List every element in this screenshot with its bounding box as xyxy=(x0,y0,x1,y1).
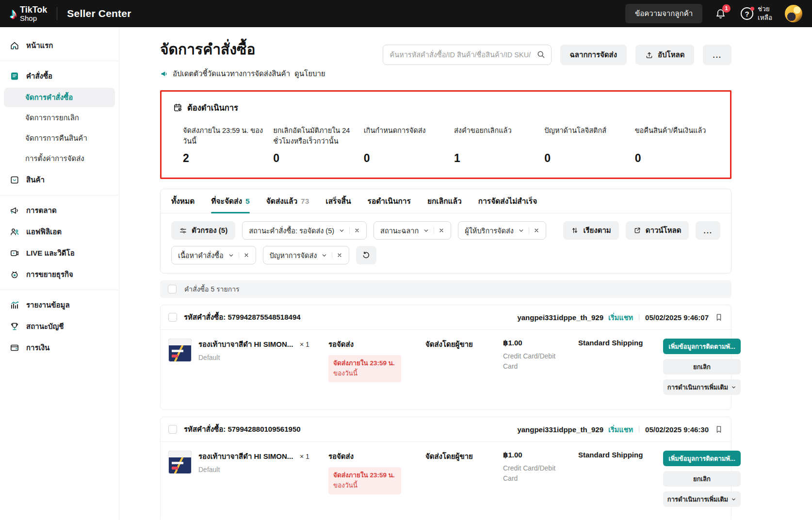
app-title: Seller Center xyxy=(67,8,131,19)
chevron-down-icon xyxy=(228,252,234,259)
sidebar-item-growth[interactable]: การขยายธุรกิจ xyxy=(0,264,119,285)
clear-filter-icon[interactable] xyxy=(438,228,444,233)
bookmark-icon[interactable] xyxy=(715,313,723,322)
order-datetime: 05/02/2025 9:46:07 xyxy=(645,313,709,322)
sidebar-item-orders[interactable]: คำสั่งซื้อ xyxy=(0,65,119,87)
tab-to-ship[interactable]: ที่จะจัดส่ง5 xyxy=(211,189,249,213)
order-id: 579942875548518494 xyxy=(227,313,300,321)
variant-label: Default xyxy=(198,354,309,361)
logo-line1: TikTok xyxy=(20,5,47,15)
sidebar-item-manage-orders[interactable]: จัดการคำสั่งซื้อ xyxy=(4,88,115,107)
sidebar-item-analytics[interactable]: รายงานข้อมูล xyxy=(0,294,119,316)
help-label-line2: เหลือ xyxy=(758,14,772,21)
tab-pending[interactable]: รอดำเนินการ xyxy=(368,189,411,213)
filter-chip-carrier[interactable]: ผู้ให้บริการจัดส่ง xyxy=(458,221,546,240)
sidebar-item-affiliate[interactable]: แอฟฟิลิเอต xyxy=(0,221,119,243)
tab-delivery-failed[interactable]: การจัดส่งไม่สำเร็จ xyxy=(478,189,537,213)
filter-chip-label-status[interactable]: สถานะฉลาก xyxy=(374,221,451,240)
upload-button[interactable]: อัปโหลด xyxy=(635,45,694,65)
filter-chip-order-content[interactable]: เนื้อหาคำสั่งซื้อ xyxy=(171,246,256,264)
start-chat-link[interactable]: เริ่มแชท xyxy=(608,312,633,323)
sidebar-item-finance[interactable]: การเงิน xyxy=(0,337,119,358)
reset-filters-button[interactable] xyxy=(356,246,376,264)
stat-ship-by-today[interactable]: จัดส่งภายใน 23:59 น. ของวันนี้ 2 xyxy=(183,126,266,165)
tab-completed[interactable]: เสร็จสิ้น xyxy=(325,189,351,213)
stat-auto-cancel-24h[interactable]: ยกเลิกอัตโนมัติภายใน 24 ชั่วโมงหรือเร็วก… xyxy=(273,126,357,165)
sort-button[interactable]: เรียงตาม xyxy=(563,221,618,240)
tab-cancelled[interactable]: ยกเลิกแล้ว xyxy=(427,189,462,213)
tiktok-shop-logo[interactable]: TikTok Shop xyxy=(10,5,47,22)
announcement-bar: อัปเดตตัวชี้วัดแนวทางการจัดส่งสินค้า ดูน… xyxy=(160,68,325,80)
tab-shipped[interactable]: จัดส่งแล้ว73 xyxy=(266,189,309,213)
order-id: 579942880109561950 xyxy=(227,425,300,433)
top-bar: TikTok Shop Seller Center ข้อความจากลูกค… xyxy=(0,0,812,27)
help-button[interactable]: ช่วย เหลือ xyxy=(741,5,772,22)
sidebar-item-label: สถานะบัญชี xyxy=(26,321,64,332)
cancel-order-button[interactable]: ยกเลิก xyxy=(663,359,741,374)
analytics-chart-icon xyxy=(10,300,19,310)
chip-divider xyxy=(434,227,434,234)
orders-count-label: คำสั่งซื้อ 5 รายการ xyxy=(184,284,240,294)
bookmark-icon[interactable] xyxy=(715,425,723,434)
buyer-username: yangpei331idppe_th_929 xyxy=(517,425,603,434)
order-checkbox[interactable] xyxy=(168,313,177,322)
download-button[interactable]: ดาวน์โหลด xyxy=(626,221,689,240)
clear-filter-icon[interactable] xyxy=(244,252,249,258)
stat-return-refund-requested[interactable]: ขอคืนสินค้า/คืนเงินแล้ว 0 xyxy=(635,126,718,165)
sidebar-item-shipping-settings[interactable]: การตั้งค่าการจัดส่ง xyxy=(4,149,115,168)
product-name: รองเท้าบาจาสีดำ HI SIMON... xyxy=(198,339,293,350)
products-icon xyxy=(10,175,19,185)
select-all-checkbox[interactable] xyxy=(168,285,177,293)
tab-all[interactable]: ทั้งหมด xyxy=(171,189,195,213)
chevron-down-icon xyxy=(731,497,736,502)
sidebar-item-label: LIVE และวิดีโอ xyxy=(26,247,75,259)
shipping-label-button[interactable]: ฉลากการจัดส่ง xyxy=(560,45,627,65)
filter-button[interactable]: ตัวกรอง (5) xyxy=(171,221,235,240)
notifications-button[interactable]: 1 xyxy=(715,8,726,19)
order-card: รหัสคำสั่งซื้อ: 579942880109561950 yangp… xyxy=(160,417,731,520)
product-name: รองเท้าบาจาสีดำ HI SIMON... xyxy=(198,451,293,462)
stat-logistics-issue[interactable]: ปัญหาด้านโลจิสติกส์ 0 xyxy=(544,126,628,165)
shipped-by: จัดส่งโดยผู้ขาย xyxy=(425,451,503,507)
more-filters-button[interactable]: ... xyxy=(696,221,720,240)
customer-messages-button[interactable]: ข้อความจากลูกค้า xyxy=(625,4,702,23)
announcement-megaphone-icon xyxy=(160,70,168,78)
more-order-actions-button[interactable]: การดำเนินการเพิ่มเติม xyxy=(663,491,741,507)
help-alert-dot xyxy=(750,7,754,11)
sidebar-item-marketing[interactable]: การตลาด xyxy=(0,200,119,221)
chip-divider xyxy=(239,252,239,259)
cancel-order-button[interactable]: ยกเลิก xyxy=(663,471,741,487)
more-order-actions-button[interactable]: การดำเนินการเพิ่มเติม xyxy=(663,379,741,395)
stat-shipping-overdue[interactable]: เกินกำหนดการจัดส่ง 0 xyxy=(364,126,447,165)
question-circle-icon xyxy=(741,7,753,20)
chevron-down-icon xyxy=(321,252,327,259)
affiliate-people-icon xyxy=(10,227,19,237)
add-tracking-button[interactable]: เพิ่มข้อมูลการติดตามพั... xyxy=(663,451,741,466)
sidebar-item-manage-returns[interactable]: จัดการการคืนสินค้า xyxy=(4,129,115,148)
view-policy-link[interactable]: ดูนโยบาย xyxy=(294,68,325,80)
stat-cancellation-requested[interactable]: ส่งคำขอยกเลิกแล้ว 1 xyxy=(454,126,537,165)
sidebar-item-account-health[interactable]: สถานะบัญชี xyxy=(0,316,119,337)
sidebar-item-products[interactable]: สินค้า xyxy=(0,169,119,191)
clear-filter-icon[interactable] xyxy=(354,228,360,233)
avatar[interactable] xyxy=(785,5,802,22)
filter-chip-order-status[interactable]: สถานะคำสั่งซื้อ: รอจัดส่ง (5) xyxy=(242,221,367,240)
add-tracking-button[interactable]: เพิ่มข้อมูลการติดตามพั... xyxy=(663,339,741,354)
filter-chip-shipping-issue[interactable]: ปัญหาการจัดส่ง xyxy=(263,246,350,264)
product-thumbnail xyxy=(168,339,192,362)
sidebar-item-home[interactable]: หน้าแรก xyxy=(0,35,119,56)
quantity: × 1 xyxy=(300,453,309,460)
live-video-icon xyxy=(10,248,19,258)
order-search-input[interactable] xyxy=(383,45,552,65)
more-actions-button[interactable]: ... xyxy=(703,45,731,65)
account-health-trophy-icon xyxy=(10,322,19,331)
start-chat-link[interactable]: เริ่มแชท xyxy=(608,424,633,435)
select-all-band: คำสั่งซื้อ 5 รายการ xyxy=(160,280,731,298)
sidebar-item-live-video[interactable]: LIVE และวิดีโอ xyxy=(0,243,119,264)
meta-divider xyxy=(639,314,639,321)
clear-filter-icon[interactable] xyxy=(337,252,342,258)
chip-divider xyxy=(349,227,350,234)
clear-filter-icon[interactable] xyxy=(534,228,539,233)
order-checkbox[interactable] xyxy=(168,425,177,434)
sidebar-item-manage-cancellations[interactable]: จัดการการยกเลิก xyxy=(4,108,115,128)
